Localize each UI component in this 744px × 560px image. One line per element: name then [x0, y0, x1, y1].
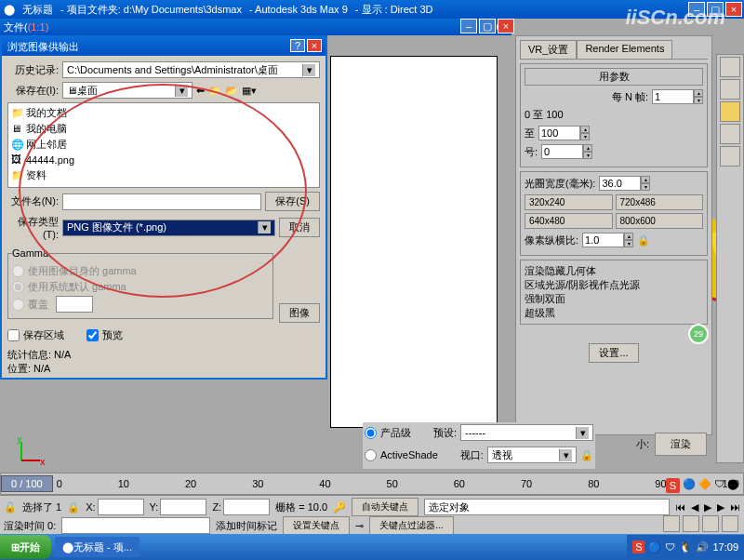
chevron-down-icon[interactable]: ▾ [175, 85, 188, 97]
view-menu-icon[interactable]: ▦▾ [242, 85, 257, 97]
lock-icon[interactable]: 🔒 [637, 234, 650, 247]
list-item[interactable]: 🖥我的电脑 [10, 121, 317, 137]
back-icon[interactable]: ⬅ [196, 85, 205, 97]
close-button[interactable]: × [725, 2, 742, 17]
play-end-icon[interactable]: ⏭ [730, 501, 740, 513]
zoom-icon[interactable] [683, 515, 699, 532]
play-prev-icon[interactable]: ◀ [691, 501, 698, 513]
tray-icon[interactable]: 🔵 [648, 541, 661, 553]
spinner-up-icon[interactable]: ▴ [583, 144, 592, 152]
preset-combo[interactable]: ------▾ [460, 424, 593, 441]
taskbar-item[interactable]: ⬤ 无标题 - 项... [55, 537, 140, 557]
tool-icon[interactable] [720, 101, 740, 122]
play-icon[interactable]: ▶ [704, 501, 711, 513]
settings-button[interactable]: 设置... [589, 343, 638, 363]
chevron-down-icon[interactable]: ▾ [559, 449, 572, 461]
z-input[interactable] [223, 499, 270, 515]
play-next-icon[interactable]: ▶ [717, 501, 724, 513]
spinner-up-icon[interactable]: ▴ [641, 176, 650, 183]
notification-badge[interactable]: 29 [688, 324, 709, 344]
tray-s-icon[interactable]: S [666, 478, 680, 493]
auto-key-button[interactable]: 自动关键点 [352, 498, 418, 516]
list-item[interactable]: 🌐网上邻居 [10, 137, 317, 153]
y-input[interactable] [160, 499, 206, 515]
clock[interactable]: 17:09 [712, 541, 738, 553]
tray-icon[interactable]: 🔵 [683, 478, 696, 493]
image-button[interactable]: 图像 [279, 303, 320, 323]
section-header[interactable]: 用参数 [525, 68, 703, 86]
key-filter-button[interactable]: 关键点过滤器... [369, 516, 453, 535]
tray-icon[interactable]: 🐧 [679, 541, 692, 553]
filetype-combo[interactable]: PNG 图像文件 (*.png) ▾ [62, 220, 275, 236]
chevron-down-icon[interactable]: ▾ [302, 64, 315, 76]
tray-icon[interactable]: S [632, 540, 644, 553]
dialog-titlebar[interactable]: 浏览图像供输出 ? × [2, 37, 326, 56]
lock-icon[interactable]: 🔒 [580, 449, 593, 461]
selection-filter-combo[interactable]: 选定对象 [424, 499, 670, 515]
num-input[interactable] [541, 144, 583, 159]
save-in-combo[interactable]: 🖥 桌面 ▾ [62, 82, 193, 99]
list-item[interactable]: 📁资料 [10, 167, 317, 183]
viewport-combo[interactable]: 透视▾ [487, 447, 577, 463]
cancel-button[interactable]: 取消 [279, 218, 320, 237]
preset-800x600[interactable]: 800x600 [616, 213, 704, 229]
pixel-aspect-input[interactable] [582, 233, 624, 247]
tool-icon[interactable] [720, 146, 740, 167]
product-radio[interactable] [365, 427, 377, 439]
list-item[interactable]: 🖼44444.png [10, 153, 317, 167]
spinner-down-icon[interactable]: ▾ [583, 152, 592, 159]
lock-icon[interactable]: 🔒 [67, 501, 80, 513]
pan-icon[interactable] [663, 515, 680, 532]
timeline-slider[interactable]: 0 / 100 [1, 475, 53, 492]
chevron-down-icon[interactable]: ▾ [258, 221, 271, 233]
preview-checkbox[interactable] [86, 329, 99, 341]
tray-icon[interactable]: 🛡 [665, 541, 675, 553]
preset-720x486[interactable]: 720x486 [616, 194, 704, 210]
spinner-up-icon[interactable]: ▴ [694, 89, 703, 97]
sub-minimize-button[interactable]: – [460, 19, 477, 33]
set-key-button[interactable]: 设置关键点 [283, 516, 350, 535]
new-folder-icon[interactable]: 📂 [225, 85, 238, 97]
tray-icon[interactable]: 🛡 [714, 478, 724, 493]
spinner-up-icon[interactable]: ▴ [624, 233, 633, 240]
spinner-up-icon[interactable]: ▴ [580, 126, 590, 133]
tray-icon[interactable]: 🔊 [696, 541, 709, 553]
key-icon[interactable]: ⊸ [355, 520, 364, 532]
to-input[interactable] [538, 126, 580, 140]
start-button[interactable]: ⊞ 开始 [0, 535, 51, 559]
spinner-down-icon[interactable]: ▾ [694, 97, 703, 104]
list-item[interactable]: 📁我的文档 [10, 105, 317, 121]
maximize-viewport-icon[interactable] [722, 515, 738, 532]
sub-maximize-button[interactable]: ▢ [479, 19, 496, 33]
tool-icon[interactable] [720, 124, 740, 144]
sub-close-button[interactable]: × [498, 19, 514, 33]
orbit-icon[interactable] [702, 515, 719, 532]
spinner-down-icon[interactable]: ▾ [641, 183, 650, 191]
file-list[interactable]: 📁我的文档 🖥我的电脑 🌐网上邻居 🖼44444.png 📁资料 [7, 102, 320, 188]
preset-320x240[interactable]: 320x240 [525, 194, 613, 210]
tool-icon[interactable] [720, 57, 740, 77]
dialog-close-button[interactable]: × [307, 39, 322, 52]
activeshade-radio[interactable] [365, 449, 377, 461]
tray-icon[interactable]: ⬤ [727, 478, 738, 493]
x-input[interactable] [98, 499, 144, 515]
add-time-tag[interactable]: 添加时间标记 [216, 519, 277, 533]
timeline[interactable]: 0 / 100 0 10 20 30 40 50 60 70 80 90 100 [0, 473, 744, 495]
tab-vr-settings[interactable]: VR_设置 [520, 40, 577, 59]
save-button[interactable]: 保存(S) [265, 192, 320, 211]
preset-640x480[interactable]: 640x480 [525, 213, 613, 229]
aperture-input[interactable] [599, 176, 641, 191]
lock-icon[interactable]: 🔓 [4, 501, 17, 513]
history-combo[interactable]: C:\Documents and Settings\Administrator\… [62, 61, 320, 78]
key-icon[interactable]: 🔑 [333, 501, 346, 513]
spinner-down-icon[interactable]: ▾ [624, 240, 633, 247]
chevron-down-icon[interactable]: ▾ [576, 427, 589, 439]
tool-icon[interactable] [720, 79, 740, 100]
render-button[interactable]: 渲染 [655, 433, 707, 456]
dialog-help-button[interactable]: ? [290, 39, 305, 52]
every-n-input[interactable] [652, 89, 694, 104]
prompt-input[interactable] [61, 517, 210, 534]
save-region-checkbox[interactable] [7, 329, 20, 341]
spinner-down-icon[interactable]: ▾ [580, 133, 590, 140]
play-start-icon[interactable]: ⏮ [675, 501, 685, 513]
